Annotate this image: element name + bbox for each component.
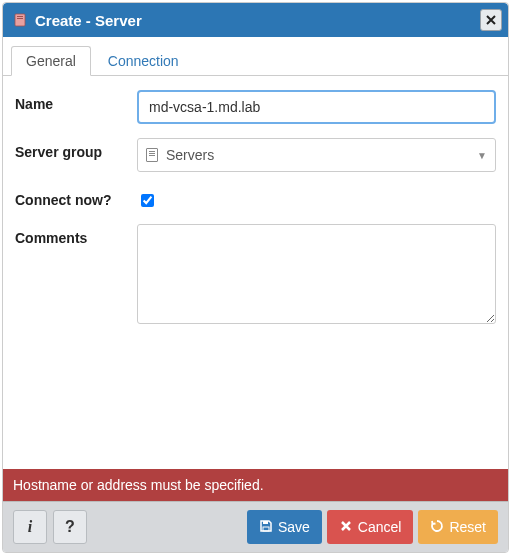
servergroup-value: Servers	[166, 147, 214, 163]
close-icon	[486, 12, 496, 28]
connectnow-label: Connect now?	[15, 186, 137, 210]
save-label: Save	[278, 519, 310, 535]
help-icon: ?	[65, 518, 75, 536]
svg-rect-0	[15, 14, 25, 26]
save-icon	[259, 519, 273, 536]
svg-rect-1	[17, 16, 23, 17]
tab-connection[interactable]: Connection	[93, 46, 194, 76]
name-input[interactable]	[137, 90, 496, 124]
server-icon	[13, 13, 27, 27]
create-server-dialog: Create - Server General Connection Name …	[2, 2, 509, 553]
reset-label: Reset	[449, 519, 486, 535]
tabs: General Connection	[3, 37, 508, 76]
reset-icon	[430, 519, 444, 536]
dialog-footer: i ? Save Cancel	[3, 501, 508, 552]
servers-icon	[146, 148, 158, 162]
form-general: Name Server group Servers ▼ Connect now?	[3, 76, 508, 469]
reset-button[interactable]: Reset	[418, 510, 498, 544]
info-icon: i	[28, 518, 32, 536]
connectnow-checkbox[interactable]	[141, 194, 154, 207]
comments-label: Comments	[15, 224, 137, 327]
comments-textarea[interactable]	[137, 224, 496, 324]
dialog-title: Create - Server	[35, 12, 142, 29]
svg-rect-2	[17, 18, 23, 19]
svg-rect-3	[263, 521, 268, 524]
cancel-icon	[339, 519, 353, 536]
chevron-down-icon: ▼	[477, 150, 487, 161]
tab-general[interactable]: General	[11, 46, 91, 76]
close-button[interactable]	[480, 9, 502, 31]
info-button[interactable]: i	[13, 510, 47, 544]
cancel-label: Cancel	[358, 519, 402, 535]
name-label: Name	[15, 90, 137, 124]
cancel-button[interactable]: Cancel	[327, 510, 414, 544]
servergroup-select[interactable]: Servers ▼	[137, 138, 496, 172]
save-button[interactable]: Save	[247, 510, 322, 544]
servergroup-label: Server group	[15, 138, 137, 172]
help-button[interactable]: ?	[53, 510, 87, 544]
dialog-titlebar: Create - Server	[3, 3, 508, 37]
error-message: Hostname or address must be specified.	[3, 469, 508, 501]
